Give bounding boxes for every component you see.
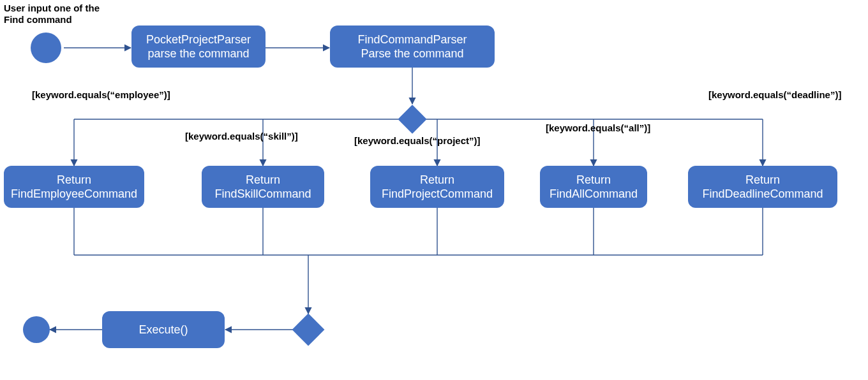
node-line: Return — [57, 173, 91, 187]
guard-employee: [keyword.equals(“employee”)] — [32, 89, 170, 100]
guard-all: [keyword.equals(“all”)] — [546, 122, 650, 133]
guard-deadline: [keyword.equals(“deadline”)] — [708, 89, 841, 100]
node-line: FindEmployeeCommand — [11, 187, 137, 201]
initial-node — [31, 33, 61, 63]
node-line: Return — [420, 173, 454, 187]
title-line-1: User input one of the — [4, 3, 131, 14]
node-return-skill: Return FindSkillCommand — [202, 166, 324, 208]
node-line: Return — [745, 173, 780, 187]
node-pocketprojectparser: PocketProjectParser parse the command — [131, 26, 266, 68]
node-return-project: Return FindProjectCommand — [370, 166, 504, 208]
diagram-title: User input one of the Find command — [4, 3, 131, 26]
node-line: FindCommandParser — [357, 33, 467, 47]
node-return-deadline: Return FindDeadlineCommand — [688, 166, 837, 208]
guard-skill: [keyword.equals(“skill”)] — [185, 131, 298, 142]
guard-project: [keyword.equals(“project”)] — [354, 135, 481, 146]
decision-node — [398, 105, 426, 133]
node-line: FindDeadlineCommand — [702, 187, 823, 201]
node-line: Execute() — [138, 323, 188, 337]
node-return-employee: Return FindEmployeeCommand — [4, 166, 144, 208]
final-node — [23, 316, 50, 343]
node-execute: Execute() — [102, 311, 225, 348]
node-line: FindProjectCommand — [382, 187, 493, 201]
node-line: FindAllCommand — [550, 187, 638, 201]
merge-node — [292, 314, 325, 346]
node-line: Parse the command — [361, 47, 463, 61]
node-findcommandparser: FindCommandParser Parse the command — [330, 26, 495, 68]
node-line: Return — [246, 173, 280, 187]
node-line: parse the command — [147, 47, 249, 61]
node-line: PocketProjectParser — [146, 33, 251, 47]
node-line: Return — [576, 173, 611, 187]
title-line-2: Find command — [4, 14, 131, 26]
node-return-all: Return FindAllCommand — [540, 166, 647, 208]
node-line: FindSkillCommand — [214, 187, 311, 201]
